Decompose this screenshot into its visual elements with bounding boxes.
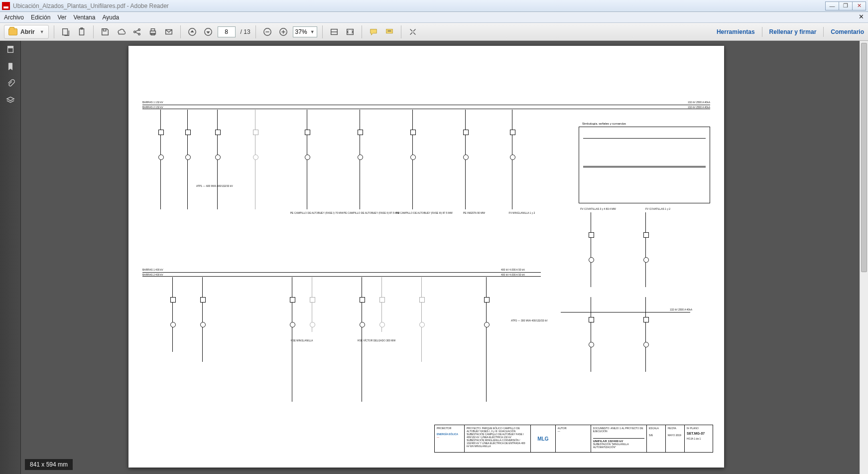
tb-sheet-label: Nº PLANO: [687, 427, 711, 430]
thumbnails-icon[interactable]: [5, 44, 16, 55]
create-pdf-button[interactable]: [59, 25, 72, 38]
clipboard-button[interactable]: [75, 25, 88, 38]
bookmark-icon[interactable]: [5, 61, 16, 72]
vertical-scrollbar[interactable]: [860, 41, 868, 474]
open-label: Abrir: [20, 28, 35, 35]
svg-rect-0: [62, 28, 67, 35]
legend-box: Simbología, señales y comandos: [579, 127, 710, 203]
svg-point-4: [133, 31, 135, 33]
status-dimensions: 841 x 594 mm: [30, 461, 68, 468]
open-button[interactable]: Abrir ▼: [4, 25, 49, 39]
fit-page-button[interactable]: [344, 25, 357, 38]
tb-page: HOJA 1 de 1: [687, 437, 711, 440]
tb-drawing-sub: SUBESTACIÓN "MINGLANILLA AUTOMATIZACIÓN": [593, 443, 644, 449]
feeder-label: FV MINGLANILLA 1 y 2: [497, 211, 547, 214]
chevron-down-icon: ▼: [40, 29, 44, 34]
feeder-label: PE CAMPILLO DE ALTOBUEY (FASE I) 70 MW: [287, 211, 347, 214]
tb-date-label: FECHA: [668, 427, 682, 430]
attachment-icon[interactable]: [5, 78, 16, 89]
feeder-label: HSE MINGLANILLA: [277, 339, 327, 342]
page-dimensions-tooltip: 841 x 594 mm: [25, 459, 73, 470]
window-title: Ubicación_Alzados_Plantas_Unifilares.pdf…: [13, 2, 826, 9]
feeder-label: FV COVATILLAS 3 y 4 83.4 MW: [571, 207, 625, 210]
save-cloud-button[interactable]: [115, 25, 127, 38]
tb-date: MAYO 2019: [668, 434, 682, 437]
document-viewport[interactable]: BARRAS 1 132 kV BARRAS 2 132 kV 132 kV 2…: [21, 41, 868, 474]
feeder-label: PE INIESTA 90 MW: [449, 211, 499, 214]
tb-logo: MLG: [537, 436, 548, 442]
print-button[interactable]: [146, 25, 159, 38]
tb-scale-label: ESCALA: [649, 427, 663, 430]
svg-point-5: [138, 28, 140, 30]
tools-panel-button[interactable]: Herramientas: [717, 28, 755, 35]
tb-promoter-label: PROMOTOR: [437, 427, 462, 430]
svg-rect-8: [151, 28, 154, 31]
window-minimize-button[interactable]: —: [825, 1, 839, 10]
menu-edit[interactable]: Edición: [31, 14, 50, 21]
window-restore-button[interactable]: ❐: [839, 1, 853, 10]
chevron-down-icon: ▼: [310, 29, 315, 34]
trafo-label: ATP1 — 600 MVA 400/132/33 kV: [196, 184, 241, 187]
share-button[interactable]: [130, 25, 143, 38]
pdf-page: BARRAS 1 132 kV BARRAS 2 132 kV 132 kV 2…: [128, 46, 724, 468]
bus-rating: 132 kV 2500 A 40kA: [670, 308, 692, 311]
feeder-label: PE CAMPILLO DE ALTOBUEY (FASE II) 87.5 M…: [342, 211, 401, 214]
feeder-label: FV COVATILLAS 1 y 2: [630, 207, 685, 210]
window-close-button[interactable]: ✕: [852, 1, 866, 10]
fit-width-button[interactable]: [328, 25, 341, 38]
close-document-button[interactable]: ✕: [857, 13, 865, 21]
folder-icon: [8, 28, 17, 35]
tb-sheet: SET.MG-07: [687, 432, 711, 435]
zoom-in-button[interactable]: [277, 25, 290, 38]
app-icon: [2, 2, 10, 10]
comment-panel-button[interactable]: Comentario: [831, 28, 864, 35]
svg-rect-3: [103, 28, 106, 31]
tb-project: PROYECTO: PARQUE EÓLICO CAMPILLO DE ALTO…: [465, 425, 531, 452]
email-button[interactable]: [162, 25, 175, 38]
navigation-panel: [0, 41, 21, 474]
tb-promoter2: —: [437, 436, 462, 439]
scrollbar-thumb[interactable]: [861, 43, 867, 272]
menu-file[interactable]: Archivo: [4, 14, 24, 21]
tb-author: —: [558, 430, 589, 433]
svg-rect-1: [79, 28, 84, 35]
save-button[interactable]: [99, 25, 112, 38]
toolbar: Abrir ▼ / 13 37% ▼ Herramientas Rellenar…: [0, 23, 868, 41]
comment-button[interactable]: [367, 25, 380, 38]
page-number-input[interactable]: [218, 26, 236, 37]
layers-icon[interactable]: [5, 95, 16, 106]
fill-sign-panel-button[interactable]: Rellenar y firmar: [769, 28, 817, 35]
feeder-label: PE CAMPILLO DE ALTOBUEY (FASE III) 87.5 …: [394, 211, 454, 214]
page-down-button[interactable]: [202, 25, 215, 38]
feeder-label: HSE VÍCTOR DELGADO 300 MW: [347, 339, 406, 342]
trafo-label: ATP2 — 300 MVA 400/132/33 kV: [511, 319, 561, 322]
zoom-value: 37%: [295, 28, 307, 35]
bus-rating: 132 kV 2500 A 40kA: [688, 101, 710, 104]
menu-view[interactable]: Ver: [57, 14, 66, 21]
menu-help[interactable]: Ayuda: [102, 14, 119, 21]
zoom-out-button[interactable]: [261, 25, 274, 38]
bus-label: BARRAS 1 132 kV: [142, 101, 163, 104]
highlight-button[interactable]: [383, 25, 396, 38]
zoom-select[interactable]: 37% ▼: [293, 26, 317, 37]
legend-title: Simbología, señales y comandos: [582, 122, 626, 125]
svg-rect-16: [347, 29, 353, 34]
window-titlebar: Ubicación_Alzados_Plantas_Unifilares.pdf…: [0, 0, 868, 12]
tb-scale: S/E: [649, 434, 663, 437]
bus-rating: 400 kV 4.000 A 50 kA: [501, 268, 525, 271]
menu-window[interactable]: Ventana: [73, 14, 95, 21]
page-total-label: / 13: [241, 28, 250, 35]
menubar: Archivo Edición Ver Ventana Ayuda ✕: [0, 12, 868, 23]
drawing-title-block: PROMOTOR ENERGÍA EÓLICA — PROYECTO: PARQ…: [434, 425, 713, 453]
page-up-button[interactable]: [186, 25, 199, 38]
svg-rect-19: [7, 46, 13, 48]
read-mode-button[interactable]: [406, 25, 419, 38]
bus-label: BARRAS 1 400 kV: [142, 268, 163, 271]
svg-point-6: [138, 33, 140, 35]
